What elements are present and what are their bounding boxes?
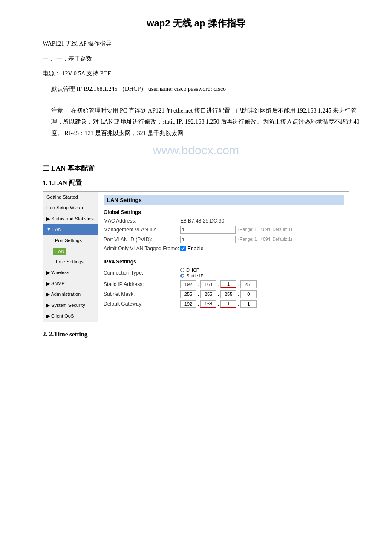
port-vlan-input[interactable] bbox=[180, 236, 236, 243]
gateway-octet1[interactable] bbox=[180, 300, 196, 308]
subtitle: WAP121 无线 AP 操作指导 bbox=[43, 38, 366, 49]
static-ip-inputs: . . . bbox=[180, 280, 257, 288]
subsection2-heading: 2. 2.Time setting bbox=[43, 331, 366, 338]
sidebar-item-system-security[interactable]: ▶ System Security bbox=[43, 300, 98, 311]
mac-row: MAC Address: E8:B7:48:25:DC:90 bbox=[104, 218, 344, 224]
gateway-octet4[interactable] bbox=[240, 300, 257, 308]
subnet-inputs: . . . bbox=[180, 290, 257, 298]
mgmt-vlan-row: Management VLAN ID: (Range: 1 - 4094, De… bbox=[104, 226, 344, 234]
lan-sub-menu: Port Settings LAN Time Settings bbox=[43, 235, 98, 267]
section1-heading: 一． 一．基于参数 bbox=[43, 53, 366, 64]
subnet-octet4[interactable] bbox=[240, 290, 257, 298]
connection-type-row: Connection Type: DHCP Static IP bbox=[104, 267, 344, 278]
static-ip-radio[interactable] bbox=[180, 274, 184, 278]
static-ip-octet1[interactable] bbox=[180, 280, 196, 288]
port-vlan-label: Port VLAN ID (PVID): bbox=[104, 237, 180, 243]
admit-checkbox-group: Enable bbox=[180, 246, 203, 251]
page-title: wap2 无线 ap 操作指导 bbox=[26, 17, 366, 30]
gateway-label: Default Gateway: bbox=[104, 301, 180, 307]
subsection1-heading: 1. 1.LAN 配置 bbox=[43, 179, 366, 187]
watermark: www.bdocx.com bbox=[26, 144, 366, 157]
static-ip-octet4[interactable] bbox=[240, 280, 257, 288]
sidebar-item-wireless[interactable]: ▶ Wireless bbox=[43, 267, 98, 278]
chevron-right-icon-wireless: ▶ bbox=[46, 270, 51, 275]
chevron-right-icon-snmp: ▶ bbox=[46, 281, 51, 286]
static-ip-option[interactable]: Static IP bbox=[180, 273, 204, 278]
port-vlan-row: Port VLAN ID (PVID): (Range: 1 - 4094, D… bbox=[104, 236, 344, 243]
notice-text: 注意： 在初始管理时要用 PC 直连到 AP121 的 ethernet 接口进… bbox=[51, 105, 366, 139]
dhcp-option[interactable]: DHCP bbox=[180, 267, 204, 272]
mac-label: MAC Address: bbox=[104, 218, 180, 224]
subnet-label: Subnet Mask: bbox=[104, 291, 180, 297]
subnet-octet1[interactable] bbox=[180, 290, 196, 298]
static-ip-row: Static IP Address: . . . bbox=[104, 280, 344, 288]
sidebar-item-lan[interactable]: ▼ LAN bbox=[43, 224, 98, 235]
chevron-right-icon-admin: ▶ bbox=[46, 292, 51, 297]
default-ip-text: 默认管理 IP 192.168.1.245 （DHCP） username: c… bbox=[51, 84, 366, 94]
sidebar-item-port-settings[interactable]: Port Settings bbox=[47, 235, 98, 246]
chevron-down-icon: ▼ bbox=[46, 227, 52, 232]
mgmt-vlan-label: Management VLAN ID: bbox=[104, 227, 180, 233]
sidebar-item-time-settings[interactable]: Time Settings bbox=[47, 257, 98, 268]
gateway-octet3[interactable] bbox=[220, 300, 236, 308]
subnet-octet2[interactable] bbox=[200, 290, 216, 298]
lan-content: LAN Settings Global Settings MAC Address… bbox=[98, 192, 349, 322]
static-ip-label: Static IP bbox=[186, 273, 204, 278]
sidebar-item-snmp[interactable]: ▶ SNMP bbox=[43, 278, 98, 289]
port-vlan-hint: (Range: 1 - 4094, Default: 1) bbox=[238, 237, 292, 242]
sidebar-item-client-qos[interactable]: ▶ Client QoS bbox=[43, 311, 98, 322]
subnet-octet3[interactable] bbox=[220, 290, 236, 298]
chevron-right-icon-security: ▶ bbox=[46, 303, 51, 308]
static-ip-addr-label: Static IP Address: bbox=[104, 281, 180, 287]
lan-settings-title: LAN Settings bbox=[104, 195, 344, 205]
admit-checkbox[interactable] bbox=[180, 246, 186, 251]
connection-type-label: Connection Type: bbox=[104, 270, 180, 276]
static-ip-octet3[interactable] bbox=[220, 280, 236, 288]
lan-sidebar: Getting Started Run Setup Wizard ▶ Statu… bbox=[43, 192, 98, 322]
dhcp-radio[interactable] bbox=[180, 268, 184, 272]
admit-label: Admit Only VLAN Tagged Frame: bbox=[104, 246, 180, 251]
chevron-right-icon-qos: ▶ bbox=[46, 313, 51, 318]
section2-heading: 二 LAN 基本配置 bbox=[43, 164, 366, 173]
chevron-right-icon: ▶ bbox=[46, 216, 51, 221]
gateway-octet2[interactable] bbox=[200, 300, 216, 308]
sidebar-item-status[interactable]: ▶ Status and Statistics bbox=[43, 214, 98, 225]
sidebar-item-administration[interactable]: ▶ Administration bbox=[43, 289, 98, 300]
admit-vlan-row: Admit Only VLAN Tagged Frame: Enable bbox=[104, 246, 344, 251]
sidebar-item-lan-active[interactable]: LAN bbox=[50, 247, 95, 256]
mac-value: E8:B7:48:25:DC:90 bbox=[180, 218, 224, 224]
sidebar-item-run-setup-wizard[interactable]: Run Setup Wizard bbox=[43, 202, 98, 214]
global-settings-title: Global Settings bbox=[104, 209, 344, 215]
sidebar-item-getting-started[interactable]: Getting Started bbox=[43, 192, 98, 203]
mgmt-vlan-input[interactable] bbox=[180, 226, 236, 234]
ipv4-title: IPV4 Settings bbox=[104, 259, 344, 265]
power-label: 电源： bbox=[43, 70, 61, 77]
power-value: 12V 0.5A 支持 POE bbox=[62, 70, 112, 77]
mgmt-vlan-hint: (Range: 1 - 4094, Default: 1) bbox=[238, 227, 292, 232]
dhcp-label: DHCP bbox=[186, 267, 199, 272]
power-line: 电源： 12V 0.5A 支持 POE bbox=[43, 68, 366, 79]
static-ip-octet2[interactable] bbox=[200, 280, 216, 288]
connection-type-options: DHCP Static IP bbox=[180, 267, 204, 278]
subnet-mask-row: Subnet Mask: . . . bbox=[104, 290, 344, 298]
gateway-row: Default Gateway: . . . bbox=[104, 300, 344, 308]
gateway-inputs: . . . bbox=[180, 300, 257, 308]
admit-text: Enable bbox=[187, 246, 203, 251]
lan-panel: Getting Started Run Setup Wizard ▶ Statu… bbox=[43, 191, 349, 323]
